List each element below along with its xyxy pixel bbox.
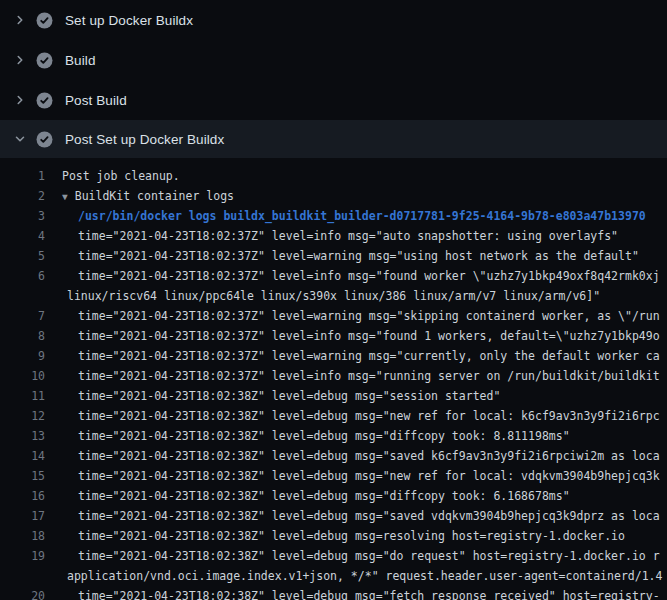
log-line-text: linux/riscv64 linux/ppc64le linux/s390x … [45,286,600,306]
log-command-text: /usr/bin/docker logs buildx_buildkit_bui… [45,206,646,226]
log-line-text: time="2021-04-23T18:02:38Z" level=debug … [45,446,660,466]
log-line-text: time="2021-04-23T18:02:37Z" level=warnin… [45,346,660,366]
log-line-text: time="2021-04-23T18:02:38Z" level=debug … [45,486,570,506]
log-line-number[interactable]: 8 [0,326,45,346]
log-line-number[interactable]: 11 [0,386,45,406]
step-label: Set up Docker Buildx [65,13,193,28]
log-line-number[interactable]: 16 [0,486,45,506]
log-line-number[interactable]: 10 [0,366,45,386]
log-line-number[interactable]: 13 [0,426,45,446]
log-line: 4 time="2021-04-23T18:02:37Z" level=info… [0,226,667,246]
log-line-number[interactable]: 4 [0,226,45,246]
log-line-number[interactable]: 17 [0,506,45,526]
log-line: 2 ▼BuildKit container logs [0,186,667,206]
log-line: 18 time="2021-04-23T18:02:38Z" level=deb… [0,526,667,546]
log-line: 17 time="2021-04-23T18:02:38Z" level=deb… [0,506,667,526]
step-row-build[interactable]: Build [0,40,667,80]
log-line: 19 time="2021-04-23T18:02:38Z" level=deb… [0,546,667,566]
chevron-right-icon[interactable] [12,52,28,68]
group-collapse-icon[interactable]: ▼ [62,191,68,202]
log-line-number[interactable]: 14 [0,446,45,466]
step-label: Post Build [65,93,127,108]
check-circle-icon [36,12,53,29]
log-line-text: time="2021-04-23T18:02:38Z" level=debug … [45,466,660,486]
log-line-text: ▼BuildKit container logs [45,186,234,206]
log-line: 12 time="2021-04-23T18:02:38Z" level=deb… [0,406,667,426]
chevron-right-icon[interactable] [12,92,28,108]
log-line: 6 time="2021-04-23T18:02:37Z" level=info… [0,266,667,286]
log-line-number[interactable]: 1 [0,166,45,186]
log-line-text: time="2021-04-23T18:02:37Z" level=info m… [45,266,660,286]
step-label: Post Set up Docker Buildx [65,132,224,147]
log-line-number[interactable]: 9 [0,346,45,366]
log-line-text: time="2021-04-23T18:02:38Z" level=debug … [45,406,660,426]
log-line: 7 time="2021-04-23T18:02:37Z" level=warn… [0,306,667,326]
step-label: Build [65,53,96,68]
log-line-text: time="2021-04-23T18:02:38Z" level=debug … [45,426,570,446]
log-line-text: time="2021-04-23T18:02:37Z" level=info m… [45,326,660,346]
log-line: 15 time="2021-04-23T18:02:38Z" level=deb… [0,466,667,486]
group-title: BuildKit container logs [75,189,234,203]
chevron-down-icon[interactable] [12,131,28,147]
log-line-text: time="2021-04-23T18:02:38Z" level=debug … [45,586,660,600]
log-line-text: application/vnd.oci.image.index.v1+json,… [45,566,662,586]
check-circle-icon [36,92,53,109]
log-line-number[interactable]: 12 [0,406,45,426]
log-line-number[interactable]: 15 [0,466,45,486]
log-line-number[interactable]: 2 [0,186,45,206]
log-line: 9 time="2021-04-23T18:02:37Z" level=warn… [0,346,667,366]
log-line: 8 time="2021-04-23T18:02:37Z" level=info… [0,326,667,346]
log-line-number[interactable]: 3 [0,206,45,226]
log-line-text: Post job cleanup. [45,166,180,186]
log-line-number [0,566,45,586]
log-line-text: time="2021-04-23T18:02:38Z" level=debug … [45,386,500,406]
log-line-number[interactable]: 20 [0,586,45,600]
log-line: 13 time="2021-04-23T18:02:38Z" level=deb… [0,426,667,446]
log-line-text: time="2021-04-23T18:02:37Z" level=warnin… [45,246,639,266]
log-line: 5 time="2021-04-23T18:02:37Z" level=warn… [0,246,667,266]
log-line: linux/riscv64 linux/ppc64le linux/s390x … [0,286,667,306]
log-line: 3 /usr/bin/docker logs buildx_buildkit_b… [0,206,667,226]
check-circle-icon [36,52,53,69]
log-line-text: time="2021-04-23T18:02:38Z" level=debug … [45,506,660,526]
log-line: application/vnd.oci.image.index.v1+json,… [0,566,667,586]
log-line-number[interactable]: 5 [0,246,45,266]
step-row-setup-docker-buildx[interactable]: Set up Docker Buildx [0,0,667,40]
log-line: 10 time="2021-04-23T18:02:37Z" level=inf… [0,366,667,386]
log-line-text: time="2021-04-23T18:02:37Z" level=info m… [45,366,660,386]
log-line: 11 time="2021-04-23T18:02:38Z" level=deb… [0,386,667,406]
log-line-text: time="2021-04-23T18:02:38Z" level=debug … [45,546,660,566]
actions-log-viewer: Set up Docker Buildx Build Post Build [0,0,667,600]
log-line: 14 time="2021-04-23T18:02:38Z" level=deb… [0,446,667,466]
log-line-number[interactable]: 19 [0,546,45,566]
step-row-post-setup-docker-buildx[interactable]: Post Set up Docker Buildx [0,120,667,158]
log-area: 1 Post job cleanup. 2 ▼BuildKit containe… [0,158,667,600]
log-line-text: time="2021-04-23T18:02:37Z" level=warnin… [45,306,660,326]
log-line-number [0,286,45,306]
steps-list: Set up Docker Buildx Build Post Build [0,0,667,158]
log-line-text: time="2021-04-23T18:02:38Z" level=debug … [45,526,625,546]
log-line-number[interactable]: 6 [0,266,45,286]
log-line-number[interactable]: 18 [0,526,45,546]
step-row-post-build[interactable]: Post Build [0,80,667,120]
log-line-text: time="2021-04-23T18:02:37Z" level=info m… [45,226,618,246]
chevron-right-icon[interactable] [12,12,28,28]
check-circle-icon [36,131,53,148]
log-line: 20 time="2021-04-23T18:02:38Z" level=deb… [0,586,667,600]
log-line: 1 Post job cleanup. [0,166,667,186]
log-line: 16 time="2021-04-23T18:02:38Z" level=deb… [0,486,667,506]
log-line-number[interactable]: 7 [0,306,45,326]
